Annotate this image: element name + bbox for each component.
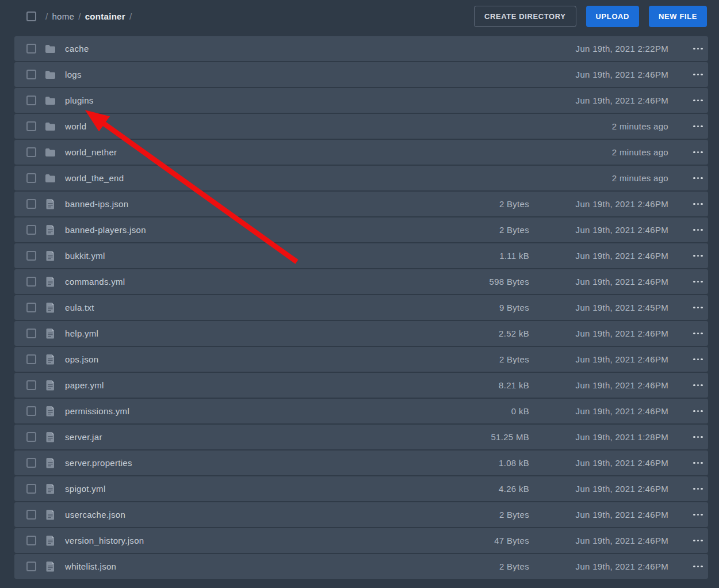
file-icon [45, 562, 56, 572]
row-actions-menu-button[interactable] [668, 329, 703, 338]
file-row-server.jar[interactable]: server.jar 51.25 MB Jun 19th, 2021 1:28P… [14, 425, 708, 449]
row-actions-menu-button[interactable] [668, 433, 703, 442]
row-checkbox[interactable] [26, 303, 36, 312]
file-name: version_history.json [65, 536, 144, 545]
file-name: plugins [65, 96, 94, 105]
row-checkbox[interactable] [26, 329, 36, 338]
file-row-logs[interactable]: logs Jun 19th, 2021 2:46PM [14, 62, 708, 87]
row-actions-menu-button[interactable] [668, 381, 703, 390]
row-checkbox[interactable] [26, 406, 36, 416]
file-modified: 2 minutes ago [529, 121, 668, 131]
row-actions-menu-button[interactable] [668, 484, 703, 494]
file-icon [45, 406, 56, 417]
row-checkbox[interactable] [26, 96, 36, 105]
row-checkbox[interactable] [26, 147, 36, 157]
breadcrumb-separator: / [45, 12, 48, 21]
row-actions-menu-button[interactable] [668, 96, 703, 105]
file-row-spigot.yml[interactable]: spigot.yml 4.26 kB Jun 19th, 2021 2:46PM [14, 476, 708, 501]
file-row-world_nether[interactable]: world_nether 2 minutes ago [14, 140, 708, 165]
file-row-banned-players.json[interactable]: banned-players.json 2 Bytes Jun 19th, 20… [14, 217, 708, 242]
row-actions-menu-button[interactable] [668, 174, 703, 183]
folder-icon [45, 44, 56, 53]
row-actions-menu-button[interactable] [668, 536, 703, 545]
file-modified: Jun 19th, 2021 2:46PM [529, 510, 668, 520]
file-row-bukkit.yml[interactable]: bukkit.yml 1.11 kB Jun 19th, 2021 2:46PM [14, 243, 708, 268]
file-icon [45, 329, 56, 339]
file-modified: 2 minutes ago [529, 173, 668, 183]
row-checkbox[interactable] [26, 44, 36, 54]
file-name: world_the_end [65, 173, 124, 183]
file-modified: 2 minutes ago [529, 147, 668, 157]
ellipsis-icon [693, 203, 703, 205]
row-actions-menu-button[interactable] [668, 70, 703, 79]
row-actions-menu-button[interactable] [668, 459, 703, 468]
file-row-commands.yml[interactable]: commands.yml 598 Bytes Jun 19th, 2021 2:… [14, 269, 708, 294]
file-row-plugins[interactable]: plugins Jun 19th, 2021 2:46PM [14, 88, 708, 113]
file-modified: Jun 19th, 2021 2:46PM [529, 458, 668, 468]
select-all-checkbox[interactable] [26, 12, 36, 21]
row-checkbox[interactable] [26, 173, 36, 183]
row-actions-menu-button[interactable] [668, 303, 703, 312]
row-checkbox[interactable] [26, 199, 36, 209]
file-row-help.yml[interactable]: help.yml 2.52 kB Jun 19th, 2021 2:46PM [14, 321, 708, 346]
file-modified: Jun 19th, 2021 2:46PM [529, 251, 668, 261]
row-checkbox[interactable] [26, 484, 36, 494]
file-icon [45, 536, 56, 546]
upload-button[interactable]: UPLOAD [586, 6, 640, 27]
row-actions-menu-button[interactable] [668, 44, 703, 54]
row-checkbox[interactable] [26, 536, 36, 545]
row-checkbox[interactable] [26, 380, 36, 390]
file-row-whitelist.json[interactable]: whitelist.json 2 Bytes Jun 19th, 2021 2:… [14, 554, 708, 579]
row-checkbox[interactable] [26, 251, 36, 261]
ellipsis-icon [693, 307, 703, 309]
row-checkbox[interactable] [26, 562, 36, 571]
row-actions-menu-button[interactable] [668, 355, 703, 364]
row-checkbox[interactable] [26, 225, 36, 235]
new-file-button[interactable]: NEW FILE [649, 6, 707, 27]
row-actions-menu-button[interactable] [668, 226, 703, 235]
file-name: banned-players.json [65, 225, 146, 235]
file-row-cache[interactable]: cache Jun 19th, 2021 2:22PM [14, 36, 708, 61]
file-row-world_the_end[interactable]: world_the_end 2 minutes ago [14, 166, 708, 190]
create-directory-button[interactable]: CREATE DIRECTORY [474, 6, 576, 27]
file-manager-header: / home / container / CREATE DIRECTORY UP… [0, 0, 719, 33]
file-modified: Jun 19th, 2021 2:46PM [529, 225, 668, 235]
file-modified: Jun 19th, 2021 2:46PM [529, 484, 668, 494]
file-row-usercache.json[interactable]: usercache.json 2 Bytes Jun 19th, 2021 2:… [14, 502, 708, 527]
file-row-version_history.json[interactable]: version_history.json 47 Bytes Jun 19th, … [14, 528, 708, 553]
file-row-eula.txt[interactable]: eula.txt 9 Bytes Jun 19th, 2021 2:45PM [14, 295, 708, 320]
ellipsis-icon [693, 281, 703, 283]
ellipsis-icon [693, 358, 703, 361]
breadcrumb-separator: / [78, 12, 81, 21]
breadcrumb-home-link[interactable]: home [52, 12, 74, 21]
file-icon [45, 354, 56, 365]
ellipsis-icon [693, 384, 703, 387]
file-row-permissions.yml[interactable]: permissions.yml 0 kB Jun 19th, 2021 2:46… [14, 399, 708, 423]
file-icon [45, 199, 56, 209]
file-row-paper.yml[interactable]: paper.yml 8.21 kB Jun 19th, 2021 2:46PM [14, 373, 708, 398]
row-checkbox[interactable] [26, 354, 36, 364]
row-actions-menu-button[interactable] [668, 148, 703, 157]
row-actions-menu-button[interactable] [668, 407, 703, 416]
row-checkbox[interactable] [26, 432, 36, 442]
row-actions-menu-button[interactable] [668, 562, 703, 571]
ellipsis-icon [693, 333, 703, 335]
file-size: 4.26 kB [460, 484, 529, 494]
row-checkbox[interactable] [26, 70, 36, 79]
row-checkbox[interactable] [26, 458, 36, 468]
row-actions-menu-button[interactable] [668, 510, 703, 520]
file-icon [45, 484, 56, 494]
row-checkbox[interactable] [26, 121, 36, 131]
file-row-server.properties[interactable]: server.properties 1.08 kB Jun 19th, 2021… [14, 450, 708, 475]
file-row-banned-ips.json[interactable]: banned-ips.json 2 Bytes Jun 19th, 2021 2… [14, 192, 708, 216]
row-actions-menu-button[interactable] [668, 277, 703, 287]
file-row-world[interactable]: world 2 minutes ago [14, 114, 708, 139]
file-modified: Jun 19th, 2021 2:46PM [529, 277, 668, 287]
folder-icon [45, 174, 56, 182]
row-checkbox[interactable] [26, 277, 36, 287]
row-actions-menu-button[interactable] [668, 200, 703, 209]
row-actions-menu-button[interactable] [668, 122, 703, 131]
file-row-ops.json[interactable]: ops.json 2 Bytes Jun 19th, 2021 2:46PM [14, 347, 708, 372]
row-checkbox[interactable] [26, 510, 36, 520]
row-actions-menu-button[interactable] [668, 251, 703, 261]
